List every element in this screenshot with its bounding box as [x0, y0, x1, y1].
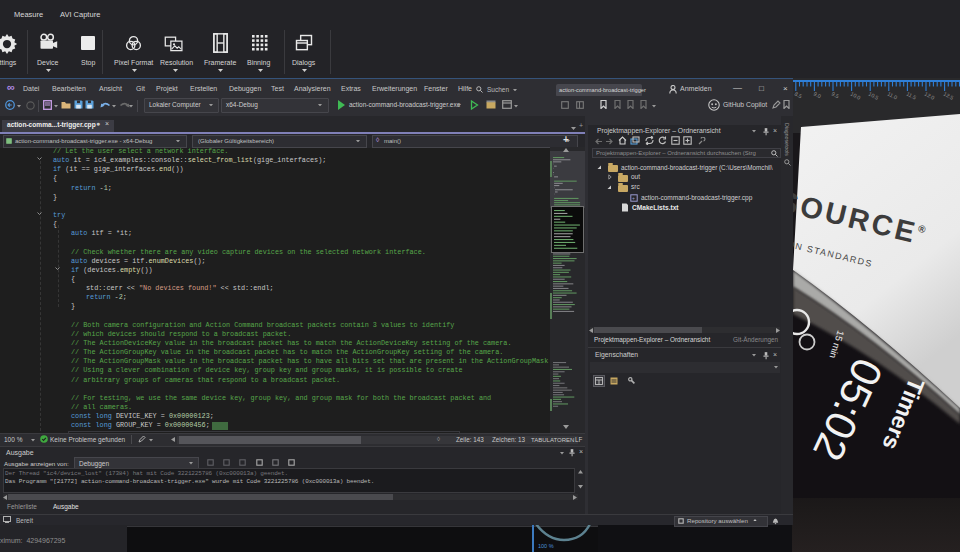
svg-text:+: +: [632, 195, 635, 201]
